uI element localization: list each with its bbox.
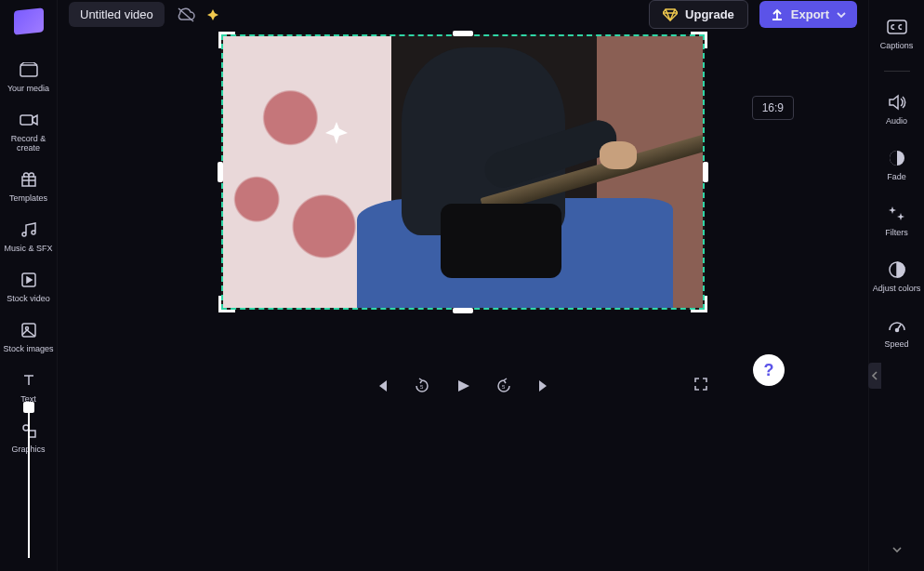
expand-panel-button[interactable]: [868, 363, 881, 389]
cloud-sync-off-icon[interactable]: [176, 7, 196, 23]
speaker-icon: [887, 92, 907, 113]
project-title[interactable]: Untitled video: [69, 2, 165, 27]
sidebar-item-adjust-colors[interactable]: Adjust colors: [869, 256, 924, 297]
transport-controls: 5 5: [58, 377, 868, 395]
film-icon: [19, 270, 39, 290]
collapse-right-rail-button[interactable]: [869, 545, 924, 562]
svg-rect-13: [888, 20, 906, 33]
crop-edge-right[interactable]: [703, 162, 708, 182]
svg-text:5: 5: [420, 384, 424, 390]
sidebar-item-text[interactable]: Text: [0, 366, 57, 407]
crop-corner-tl[interactable]: [218, 32, 235, 48]
rewind-5s-button[interactable]: 5: [413, 377, 431, 395]
help-button[interactable]: ?: [753, 354, 785, 386]
captions-icon: [887, 17, 907, 37]
premium-spark-icon: [207, 9, 218, 20]
crop-corner-tr[interactable]: [691, 32, 707, 48]
svg-rect-7: [29, 431, 35, 437]
sidebar-item-graphics[interactable]: Graphics: [0, 417, 57, 458]
forward-5s-button[interactable]: 5: [495, 377, 513, 395]
play-button[interactable]: [454, 377, 472, 395]
sidebar-item-your-media[interactable]: Your media: [0, 56, 57, 97]
aspect-ratio-button[interactable]: 16:9: [752, 96, 794, 120]
sidebar-item-captions[interactable]: Captions: [869, 13, 924, 54]
svg-rect-1: [20, 115, 33, 125]
svg-rect-0: [20, 65, 37, 76]
crop-edge-top[interactable]: [453, 31, 473, 36]
filters-icon: [887, 204, 907, 224]
crop-corner-br[interactable]: [691, 296, 707, 312]
sidebar-item-speed[interactable]: Speed: [869, 312, 924, 352]
export-button[interactable]: Export: [759, 1, 857, 28]
skip-forward-button[interactable]: [535, 377, 554, 395]
image-icon: [19, 320, 39, 340]
sidebar-item-stock-images[interactable]: Stock images: [0, 316, 57, 357]
svg-point-16: [895, 329, 898, 332]
svg-text:5: 5: [502, 384, 506, 390]
music-icon: [19, 219, 39, 240]
fade-icon: [887, 148, 907, 168]
skip-back-button[interactable]: [372, 377, 390, 395]
crop-corner-bl[interactable]: [218, 296, 235, 312]
chevron-down-icon: [837, 11, 846, 19]
sidebar-item-music-sfx[interactable]: Music & SFX: [0, 216, 57, 257]
speedometer-icon: [887, 315, 907, 336]
shapes-icon: [19, 420, 39, 441]
camera-icon: [19, 110, 39, 130]
svg-point-6: [23, 425, 29, 431]
left-sidebar: Your media Record & create Templates Mus…: [0, 0, 58, 571]
video-frame: [223, 36, 703, 308]
sidebar-item-record-create[interactable]: Record & create: [0, 106, 57, 156]
preview-area: 16:9: [58, 34, 868, 310]
header: Untitled video Upgrade Export: [58, 0, 868, 29]
sidebar-item-audio[interactable]: Audio: [869, 88, 924, 129]
gift-icon: [19, 169, 39, 190]
sidebar-item-filters[interactable]: Filters: [869, 200, 924, 241]
app-logo: [14, 7, 44, 34]
upload-icon: [771, 8, 784, 21]
upgrade-button[interactable]: Upgrade: [649, 0, 748, 29]
divider: [884, 71, 910, 72]
sidebar-item-stock-video[interactable]: Stock video: [0, 266, 57, 307]
sidebar-item-templates[interactable]: Templates: [0, 166, 57, 206]
right-sidebar: Captions Audio Fade Filters Adjust color…: [868, 0, 924, 571]
sidebar-item-fade[interactable]: Fade: [869, 144, 924, 185]
preview-canvas[interactable]: [221, 34, 705, 310]
crop-edge-bottom[interactable]: [453, 308, 473, 313]
fullscreen-button[interactable]: [693, 377, 708, 392]
main-area: Untitled video Upgrade Export: [58, 0, 868, 571]
media-icon: [19, 60, 39, 80]
text-icon: [19, 370, 39, 391]
contrast-icon: [887, 259, 907, 280]
diamond-icon: [663, 8, 678, 21]
crop-edge-left[interactable]: [218, 162, 223, 182]
